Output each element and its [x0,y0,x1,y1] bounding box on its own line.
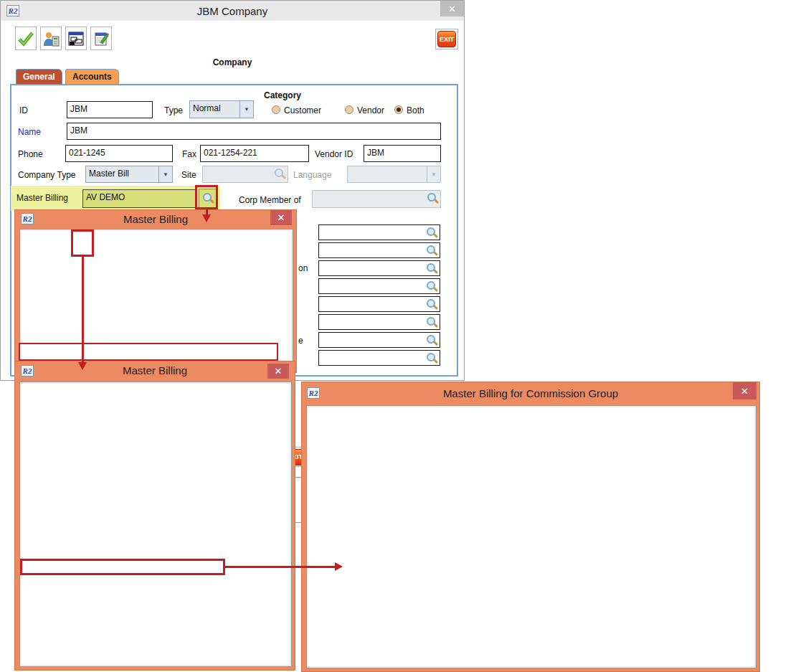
name-field[interactable]: JBM [67,123,441,140]
search-icon [426,262,438,275]
close-icon[interactable]: ✕ [733,382,756,399]
vendor-id-label: Vendor ID [315,149,353,159]
corp-member-label: Corp Member of [239,195,301,205]
exit-label: EXIT [437,31,456,47]
lookup-field-5[interactable] [318,296,440,312]
site-field [202,166,288,183]
lookup-field-7[interactable] [318,332,440,348]
check-icon [17,31,34,47]
chevron-down-icon[interactable]: ▼ [240,100,254,118]
corp-member-field [312,190,441,208]
lookup-field-1[interactable] [318,224,440,240]
language-label: Language [293,170,331,180]
form-designer-icon [67,31,85,47]
type-value: Normal [189,100,240,118]
tab-accounts[interactable]: Accounts [65,69,119,85]
dialog-title: Master Billing for Commission Group [302,387,759,399]
company-type-value: Master Bill [85,166,159,183]
annotation-arrowhead-right [335,562,343,571]
dialog-title: Master Billing [15,213,296,225]
fax-label: Fax [182,149,196,159]
tab-general[interactable]: General [16,69,62,85]
site-label: Site [181,170,196,180]
name-label: Name [18,127,41,137]
search-icon [274,168,286,180]
annotation-box-misc-row [20,559,225,575]
language-value [347,166,427,183]
annotation-box-edit-button [71,229,94,257]
close-icon[interactable]: ✕ [440,1,464,16]
notepad-icon [92,31,110,47]
annotation-arrowhead-down [78,362,87,370]
dialog-title: Master Billing [15,364,295,377]
commission-group-dialog: R2 Master Billing for Commission Group ✕… [301,382,760,672]
lookup-field-4[interactable] [318,278,440,294]
radio-customer[interactable] [272,105,280,114]
search-icon [426,352,438,364]
company-type-label: Company Type [18,170,76,180]
master-billing-label: Master Billing [16,193,68,203]
language-dropdown: ▼ [347,166,441,183]
search-icon [426,316,438,328]
type-label: Type [164,105,183,115]
search-icon [426,280,438,293]
title-bar[interactable]: R2 Master Billing ✕ [15,361,295,381]
phone-field[interactable]: 021-1245 [65,145,173,162]
annotation-box-av-demo-row [19,343,278,361]
lookup-field-3[interactable] [318,260,440,276]
save-button[interactable] [15,27,37,50]
radio-both[interactable] [394,105,403,114]
radio-vendor[interactable] [345,105,353,114]
annotation-arrowhead-down [202,214,211,222]
id-label: ID [19,105,28,115]
page-title: Company [1,57,464,67]
dialog-panel [19,382,292,667]
person-icon [42,31,60,47]
window-title: JBM Company [1,5,464,17]
title-bar[interactable]: R2 Master Billing for Commission Group ✕ [302,382,759,404]
annotation-box-master-billing-lookup [195,185,218,209]
title-bar[interactable]: R2 JBM Company ✕ [1,1,464,21]
lookup-field-6[interactable] [318,314,440,330]
category-label: Category [264,90,301,100]
layout-button[interactable] [65,27,87,50]
exit-button[interactable]: EXIT [435,29,458,49]
search-icon [427,192,439,204]
radio-vendor-label[interactable]: Vendor [357,105,384,115]
search-icon [426,298,438,311]
contact-button[interactable] [40,27,62,50]
id-field[interactable]: JBM [67,101,153,118]
radio-both-label[interactable]: Both [407,105,424,115]
title-bar[interactable]: R2 Master Billing ✕ [15,210,296,229]
company-type-dropdown[interactable]: Master Bill ▼ [85,166,173,183]
hidden-label-fragment: e [298,336,303,346]
search-icon [426,245,438,257]
lookup-field-8[interactable] [318,350,440,366]
chevron-down-icon[interactable]: ▼ [159,166,173,183]
annotation-arrow-line [225,566,336,568]
fax-field[interactable]: 021-1254-221 [200,145,309,162]
dialog-panel [306,405,756,668]
phone-label: Phone [18,149,43,159]
search-icon [426,227,438,239]
notes-button[interactable] [90,27,112,50]
type-dropdown[interactable]: Normal ▼ [189,100,254,118]
close-icon[interactable]: ✕ [270,210,292,225]
hidden-label-fragment: on [298,263,308,273]
search-icon [426,334,438,346]
close-icon[interactable]: ✕ [267,364,289,379]
chevron-down-icon: ▼ [427,166,441,183]
master-billing-detail-dialog: R2 Master Billing ✕ EXIT ID. AV DEMO Des… [14,361,295,671]
radio-customer-label[interactable]: Customer [284,105,321,115]
lookup-field-2[interactable] [318,242,440,258]
vendor-id-field[interactable]: JBM [364,145,441,162]
master-billing-field[interactable]: AV DEMO [82,189,197,208]
